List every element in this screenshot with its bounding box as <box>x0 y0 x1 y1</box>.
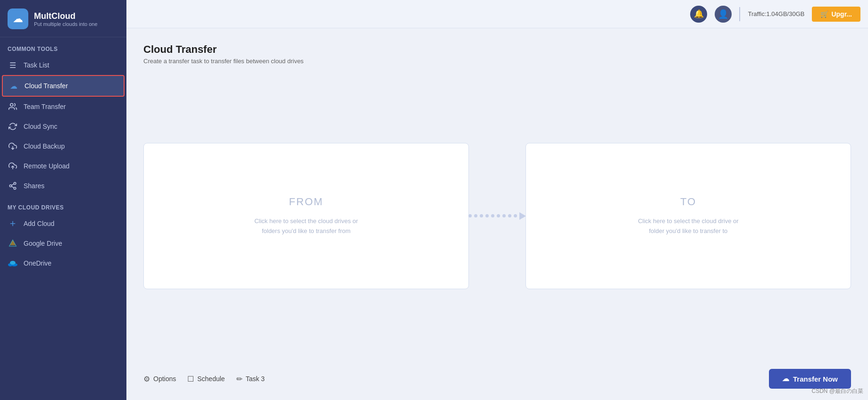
onedrive-icon <box>8 258 18 268</box>
google-drive-icon <box>8 238 18 249</box>
logo-icon: ☁ <box>8 8 28 29</box>
shares-icon <box>8 181 18 191</box>
page-title: Cloud Transfer <box>143 43 851 56</box>
options-button[interactable]: ⚙ Options <box>143 375 176 383</box>
dot-1 <box>468 214 472 217</box>
svg-point-5 <box>14 187 16 190</box>
options-label: Options <box>153 375 176 383</box>
task-list-icon: ☰ <box>8 60 18 70</box>
svg-line-7 <box>11 184 14 185</box>
svg-point-15 <box>10 261 16 265</box>
cloud-sync-icon <box>8 121 18 132</box>
notification-bell[interactable]: 🔔 <box>690 6 707 23</box>
svg-marker-11 <box>10 240 16 245</box>
from-box[interactable]: FROM Click here to select the cloud driv… <box>143 143 469 289</box>
options-icon: ⚙ <box>143 375 150 383</box>
schedule-label: Schedule <box>197 375 225 383</box>
transfer-arrow <box>469 212 526 220</box>
to-box[interactable]: TO Click here to select the cloud drive … <box>526 143 851 289</box>
sidebar-item-label: Shares <box>24 182 44 190</box>
logo-subtitle: Put multiple clouds into one <box>34 21 98 27</box>
dot-2 <box>474 214 477 217</box>
cloud-transfer-icon: ☁ <box>8 81 19 91</box>
sidebar: ☁ MultCloud Put multiple clouds into one… <box>0 0 126 400</box>
transfer-area: FROM Click here to select the cloud driv… <box>143 80 851 352</box>
task-button[interactable]: ✏ Task 3 <box>236 375 265 383</box>
dot-8 <box>508 214 511 217</box>
main-content: 🔔 👤 Traffic:1.04GB/30GB 🛒 Upgr... Cloud … <box>126 0 868 400</box>
task-label: Task 3 <box>246 375 265 383</box>
sidebar-item-remote-upload[interactable]: Remote Upload <box>0 156 126 176</box>
dot-9 <box>514 214 517 217</box>
add-cloud-icon <box>8 218 18 229</box>
arrow-head <box>519 212 526 220</box>
logo-text: MultCloud Put multiple clouds into one <box>34 11 98 27</box>
svg-point-4 <box>9 185 12 187</box>
sidebar-item-onedrive[interactable]: OneDrive <box>0 253 126 273</box>
to-description: Click here to select the cloud drive or … <box>636 217 740 236</box>
common-tools-label: Common Tools <box>0 37 126 55</box>
upgrade-button[interactable]: 🛒 Upgr... <box>812 7 860 22</box>
watermark: CSDN @最白の白菜 <box>811 387 863 395</box>
content-area: Cloud Transfer Create a transfer task to… <box>126 28 868 400</box>
page-subtitle: Create a transfer task to transfer files… <box>143 58 851 65</box>
my-cloud-drives-label: My Cloud Drives <box>0 196 126 214</box>
dot-3 <box>480 214 483 217</box>
sidebar-item-google-drive[interactable]: Google Drive <box>0 233 126 253</box>
svg-point-0 <box>10 103 13 106</box>
dot-6 <box>497 214 500 217</box>
sidebar-item-label: Google Drive <box>24 240 62 247</box>
sidebar-item-add-cloud[interactable]: Add Cloud <box>0 214 126 233</box>
transfer-now-button[interactable]: ☁ Transfer Now <box>769 369 851 389</box>
from-description: Click here to select the cloud drives or… <box>254 217 358 236</box>
upgrade-icon: 🛒 <box>820 10 828 18</box>
dot-4 <box>485 214 489 217</box>
team-transfer-icon <box>8 101 18 112</box>
sidebar-item-label: Task List <box>24 61 49 69</box>
sidebar-item-task-list[interactable]: ☰ Task List <box>0 55 126 75</box>
sidebar-item-shares[interactable]: Shares <box>0 176 126 196</box>
sidebar-item-label: Cloud Sync <box>24 123 58 130</box>
sidebar-item-label: Remote Upload <box>24 162 69 170</box>
traffic-info: Traffic:1.04GB/30GB <box>748 10 804 17</box>
sidebar-item-label: OneDrive <box>24 259 51 267</box>
svg-point-3 <box>14 183 16 185</box>
sidebar-item-cloud-sync[interactable]: Cloud Sync <box>0 117 126 136</box>
to-label: TO <box>680 196 696 208</box>
dot-7 <box>502 214 506 217</box>
remote-upload-icon <box>8 161 18 171</box>
sidebar-item-label: Add Cloud <box>24 220 54 227</box>
user-avatar[interactable]: 👤 <box>715 6 732 23</box>
sidebar-item-label: Cloud Backup <box>24 142 65 150</box>
transfer-now-icon: ☁ <box>782 375 789 383</box>
cloud-backup-icon <box>8 141 18 151</box>
schedule-button[interactable]: ☐ Schedule <box>187 375 225 383</box>
dot-5 <box>491 214 494 217</box>
schedule-icon: ☐ <box>187 375 194 383</box>
header: 🔔 👤 Traffic:1.04GB/30GB 🛒 Upgr... <box>126 0 868 28</box>
transfer-now-label: Transfer Now <box>793 375 838 383</box>
svg-line-6 <box>11 186 14 188</box>
logo-title: MultCloud <box>34 11 98 21</box>
sidebar-item-cloud-transfer[interactable]: ☁ Cloud Transfer <box>2 75 125 97</box>
transfer-toolbar: ⚙ Options ☐ Schedule ✏ Task 3 ☁ Transfer… <box>143 369 851 389</box>
header-divider <box>739 7 740 21</box>
sidebar-item-label: Cloud Transfer <box>25 82 68 90</box>
dots-arrow <box>468 212 526 220</box>
sidebar-item-team-transfer[interactable]: Team Transfer <box>0 97 126 117</box>
sidebar-item-label: Team Transfer <box>24 103 66 110</box>
from-label: FROM <box>289 196 324 208</box>
task-icon: ✏ <box>236 375 242 383</box>
logo-area: ☁ MultCloud Put multiple clouds into one <box>0 0 126 37</box>
sidebar-item-cloud-backup[interactable]: Cloud Backup <box>0 136 126 156</box>
